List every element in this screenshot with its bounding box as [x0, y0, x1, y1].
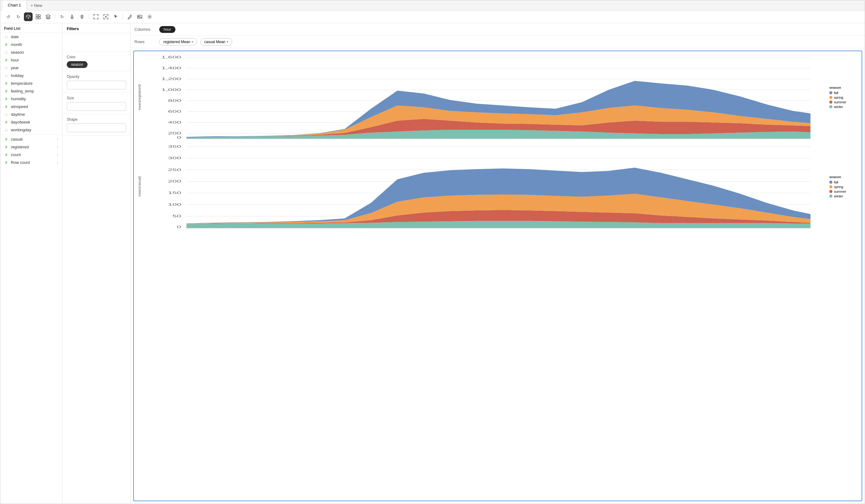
field-temperature[interactable]: # temperature [0, 80, 62, 87]
sep2 [89, 14, 89, 20]
field-daytime[interactable]: □ daytime [0, 110, 62, 118]
color-value-pill[interactable]: season [67, 61, 88, 68]
svg-text:400: 400 [168, 120, 181, 124]
field-hour[interactable]: # hour [0, 56, 62, 64]
rows-pill-registered-text: registered Mean [163, 40, 190, 44]
hash-icon: # [4, 97, 8, 101]
field-count[interactable]: # count › [0, 151, 62, 159]
svg-text:1,400: 1,400 [161, 66, 181, 70]
svg-text:100: 100 [168, 203, 181, 207]
field-date[interactable]: □ date [0, 33, 62, 40]
field-count-label: count [11, 152, 55, 157]
chart1-svg: 1,600 1,400 1,200 1,000 800 600 400 200 … [142, 54, 828, 141]
y-axis-label-casual: mean(casual) [136, 143, 142, 230]
size-input[interactable] [67, 102, 126, 111]
columns-row: Columns hour [131, 23, 865, 36]
field-dayofweek[interactable]: # dayofweek [0, 118, 62, 126]
undo-button[interactable]: ↺ [4, 12, 13, 21]
field-winspeed[interactable]: # winspeed [0, 103, 62, 110]
field-casual[interactable]: # casual › [0, 135, 62, 143]
svg-text:17: 17 [631, 140, 639, 141]
field-row-count[interactable]: # Row count › [0, 159, 62, 166]
expand-settings-button[interactable] [102, 12, 110, 21]
size-section: Size [62, 93, 130, 114]
field-registered[interactable]: # registered › [0, 143, 62, 151]
field-feeling-temp[interactable]: # feeling_temp [0, 87, 62, 95]
field-holiday-label: holiday [11, 73, 58, 78]
svg-text:17: 17 [631, 229, 639, 230]
sort-asc-button[interactable] [68, 12, 77, 21]
field-list-panel: Field List □ date # month □ season # hou… [0, 23, 62, 504]
field-month[interactable]: # month [0, 40, 62, 48]
dim-icon: □ [4, 35, 8, 39]
image-button[interactable] [135, 12, 144, 21]
app-container: Chart 1 + New ↺ ↻ ↻ [0, 0, 865, 504]
expand-registered-icon[interactable]: › [57, 145, 58, 149]
svg-text:23: 23 [789, 140, 797, 141]
chart1-legend: season fall spring summer [828, 54, 859, 141]
field-winspeed-label: winspeed [11, 104, 58, 109]
legend2-winter: winter [829, 194, 858, 198]
legend2-spring-label: spring [834, 185, 843, 189]
expand-row-count-icon[interactable]: › [57, 161, 58, 164]
chart2-legend-items: season fall spring summer [829, 175, 858, 198]
svg-point-15 [149, 16, 151, 18]
field-daytime-label: daytime [11, 112, 58, 117]
svg-text:3: 3 [264, 140, 268, 141]
svg-text:9: 9 [422, 229, 426, 230]
svg-text:6: 6 [343, 229, 347, 230]
svg-rect-0 [36, 15, 38, 16]
hash-icon: # [4, 120, 8, 125]
pointer-button[interactable] [112, 12, 120, 21]
field-year[interactable]: □ year [0, 64, 62, 72]
sort-desc-button[interactable] [78, 12, 86, 21]
cube-button[interactable] [24, 12, 33, 21]
table-button[interactable] [34, 12, 43, 21]
svg-text:13: 13 [525, 229, 533, 230]
hash-icon: # [4, 153, 8, 157]
field-season[interactable]: □ season [0, 48, 62, 56]
refresh-button[interactable]: ↻ [58, 12, 67, 21]
expand-count-icon[interactable]: › [57, 153, 58, 156]
svg-text:11: 11 [473, 140, 480, 141]
tab-chart1[interactable]: Chart 1 [3, 0, 26, 11]
redo-button[interactable]: ↻ [14, 12, 23, 21]
field-hour-label: hour [11, 58, 58, 62]
chart-svg-casual: 350 300 250 200 150 100 50 0 [142, 143, 828, 230]
shape-input[interactable] [67, 124, 126, 132]
expand-button[interactable] [92, 12, 100, 21]
columns-value-pill[interactable]: hour [159, 26, 175, 33]
filters-empty-area [62, 33, 130, 52]
opacity-input[interactable] [67, 81, 126, 90]
svg-text:19: 19 [683, 140, 691, 141]
legend2-spring-dot [829, 185, 832, 188]
legend2-fall-label: fall [834, 180, 838, 184]
field-holiday[interactable]: □ holiday [0, 72, 62, 80]
dim-icon: □ [4, 128, 8, 132]
svg-text:18: 18 [657, 140, 665, 141]
legend2-fall: fall [829, 180, 858, 184]
svg-text:15: 15 [578, 229, 586, 230]
chart2-legend: season fall spring summer [828, 143, 859, 230]
expand-casual-icon[interactable]: › [57, 138, 58, 141]
wrench-button[interactable] [125, 12, 134, 21]
opacity-label: Opacity [67, 74, 126, 79]
tab-new[interactable]: + New [26, 1, 47, 10]
field-workingday-label: workingday [11, 128, 58, 132]
legend-summer-label: summer [834, 100, 846, 104]
rows-pill-registered[interactable]: registered Mean ▾ [159, 38, 197, 46]
field-workingday[interactable]: □ workingday [0, 126, 62, 134]
rows-pill-casual[interactable]: casual Mean ▾ [200, 38, 232, 46]
field-humidity[interactable]: # humidity [0, 95, 62, 103]
svg-text:800: 800 [168, 99, 181, 103]
gear-button[interactable] [145, 12, 154, 21]
svg-text:4: 4 [290, 229, 294, 230]
field-date-label: date [11, 34, 58, 39]
svg-text:4: 4 [290, 140, 294, 141]
layers-button[interactable] [44, 12, 53, 21]
legend-fall: fall [829, 91, 858, 95]
svg-text:20: 20 [710, 229, 717, 230]
legend-winter: winter [829, 105, 858, 109]
chart1-legend-title: season [829, 86, 858, 90]
toolbar: ↺ ↻ ↻ [0, 11, 865, 23]
